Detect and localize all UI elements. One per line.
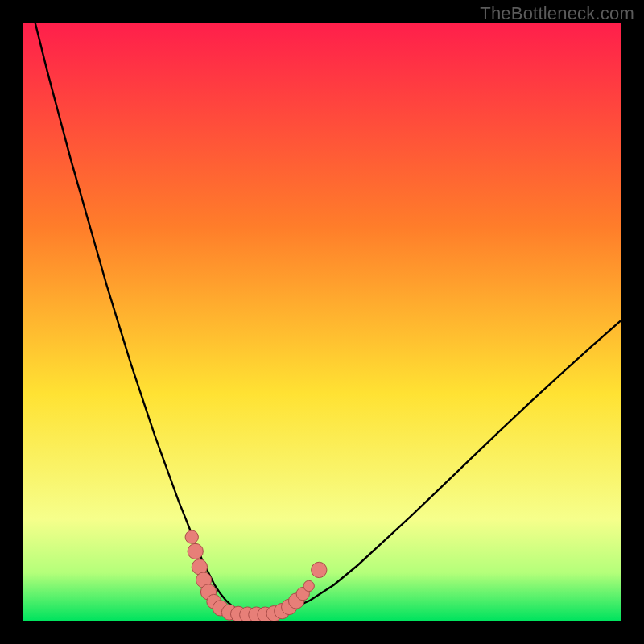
plot-area: [23, 23, 621, 621]
outer-frame: TheBottleneck.com: [0, 0, 644, 644]
chart-svg: [23, 23, 621, 621]
gradient-background: [23, 23, 621, 621]
curve-marker: [188, 543, 203, 559]
curve-marker: [312, 562, 327, 577]
curve-marker: [185, 530, 198, 543]
watermark-text: TheBottleneck.com: [480, 3, 634, 24]
curve-marker: [303, 580, 314, 591]
